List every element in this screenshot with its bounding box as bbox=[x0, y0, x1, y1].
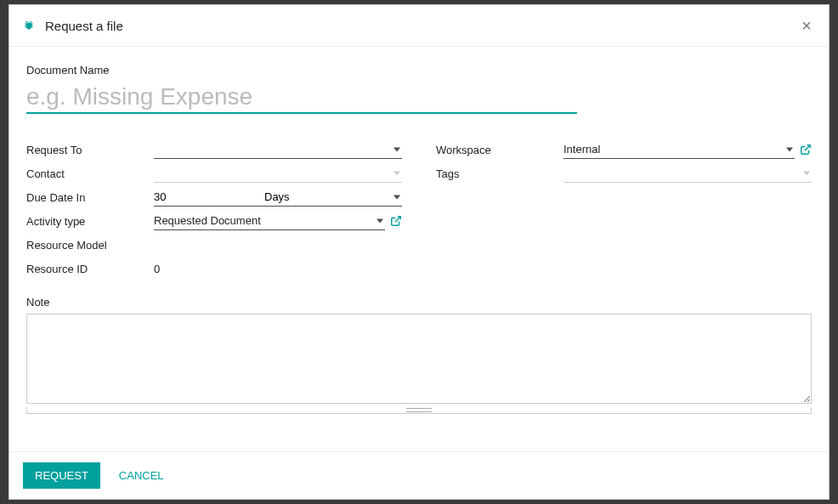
resource-id-row: Resource ID 0 bbox=[26, 257, 402, 280]
due-date-unit-select[interactable] bbox=[264, 188, 402, 207]
activity-type-input[interactable] bbox=[154, 212, 385, 230]
document-name-input[interactable] bbox=[26, 82, 577, 114]
workspace-row: Workspace bbox=[436, 138, 812, 161]
modal-title: Request a file bbox=[45, 19, 798, 33]
request-button[interactable]: Request bbox=[23, 462, 100, 489]
contact-input[interactable] bbox=[154, 164, 402, 183]
form-col-left: Request To Contact bbox=[26, 138, 402, 280]
resource-id-label: Resource ID bbox=[26, 263, 154, 275]
due-date-row: Due Date In bbox=[26, 185, 402, 209]
workspace-label: Workspace bbox=[436, 144, 563, 156]
tags-label: Tags bbox=[436, 167, 563, 180]
note-textarea[interactable] bbox=[26, 314, 812, 404]
request-to-label: Request To bbox=[26, 144, 154, 156]
external-link-icon[interactable] bbox=[390, 215, 402, 227]
svg-line-1 bbox=[805, 145, 810, 150]
workspace-input[interactable] bbox=[563, 140, 795, 159]
external-link-icon[interactable] bbox=[800, 144, 812, 156]
request-to-input[interactable] bbox=[154, 140, 402, 159]
tags-row: Tags bbox=[436, 161, 812, 185]
document-name-label: Document Name bbox=[26, 64, 812, 76]
activity-type-row: Activity type bbox=[26, 209, 402, 233]
resize-handle[interactable] bbox=[26, 407, 812, 414]
note-label: Note bbox=[26, 296, 812, 309]
modal-header: Request a file × bbox=[9, 5, 829, 47]
resource-model-row: Resource Model bbox=[26, 233, 402, 257]
form-grid: Request To Contact bbox=[26, 138, 812, 280]
bug-icon[interactable] bbox=[23, 20, 35, 31]
form-col-right: Workspace Tags bbox=[436, 138, 812, 280]
cancel-button[interactable]: Cancel bbox=[107, 462, 176, 489]
due-date-label: Due Date In bbox=[26, 191, 154, 204]
resource-model-label: Resource Model bbox=[26, 239, 154, 252]
note-section: Note bbox=[26, 296, 812, 414]
contact-row: Contact bbox=[26, 161, 402, 185]
modal-footer: Request Cancel bbox=[9, 451, 829, 499]
svg-line-0 bbox=[395, 217, 400, 222]
tags-input[interactable] bbox=[563, 164, 812, 183]
modal-body: Document Name Request To Contact bbox=[9, 47, 829, 451]
close-icon: × bbox=[801, 16, 812, 35]
request-to-row: Request To bbox=[26, 138, 402, 161]
due-date-number-input[interactable] bbox=[154, 188, 264, 207]
close-button[interactable]: × bbox=[798, 17, 815, 34]
resource-id-value: 0 bbox=[154, 263, 160, 275]
activity-type-label: Activity type bbox=[26, 215, 154, 228]
contact-label: Contact bbox=[26, 167, 154, 180]
request-file-modal: Request a file × Document Name Request T… bbox=[8, 4, 830, 500]
